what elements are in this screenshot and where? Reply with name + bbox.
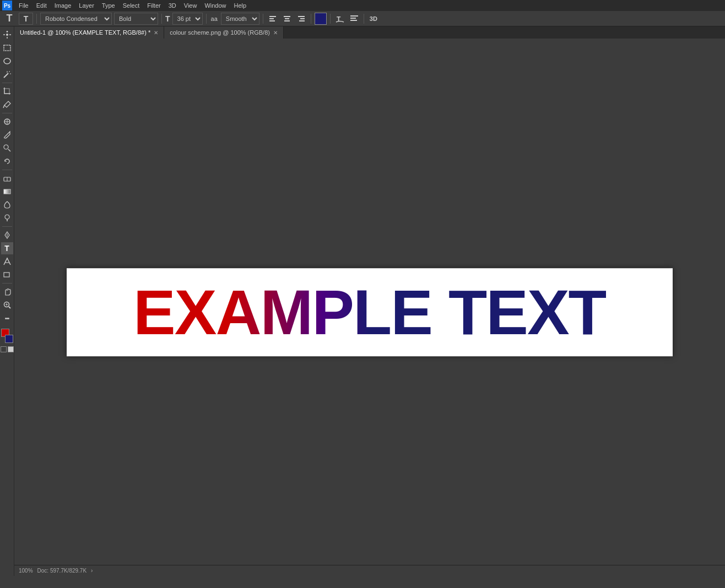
separator-1	[36, 14, 37, 24]
tab-colour-scheme[interactable]: colour scheme.png @ 100% (RGB/8) ✕	[164, 26, 284, 39]
font-style-dropdown[interactable]: Bold Regular Italic	[114, 13, 158, 25]
pen-tool[interactable]	[1, 229, 13, 241]
menu-file[interactable]: File	[15, 1, 32, 10]
default-colors-button[interactable]	[1, 346, 7, 352]
menu-type[interactable]: Type	[99, 1, 118, 10]
svg-line-16	[4, 73, 8, 78]
menu-bar: Ps File Edit Image Layer Type Select Fil…	[0, 0, 725, 11]
tool-separator-5	[2, 283, 12, 284]
svg-rect-2	[269, 20, 275, 21]
tab-close-colour-scheme[interactable]: ✕	[273, 30, 278, 36]
text-color-swatch[interactable]	[315, 13, 327, 25]
text-tool-vertical-button[interactable]: T	[19, 13, 33, 25]
options-bar: T T Roboto Condensed Arial Helvetica Bol…	[0, 11, 725, 26]
antialiasing-dropdown[interactable]: Smooth None Sharp Crisp Strong	[221, 13, 259, 25]
tool-separator-3	[2, 170, 12, 170]
svg-point-24	[4, 145, 8, 149]
align-left-button[interactable]	[267, 13, 279, 25]
healing-brush-tool[interactable]	[1, 116, 13, 128]
status-arrow[interactable]: ›	[91, 568, 93, 574]
separator-3	[206, 14, 207, 24]
crop-tool[interactable]	[1, 85, 13, 97]
extra-tools-button[interactable]: •••	[1, 312, 13, 324]
text-tool-horizontal-button[interactable]: T	[2, 13, 17, 25]
blur-tool[interactable]	[1, 199, 13, 211]
svg-line-20	[3, 105, 4, 108]
dodge-tool[interactable]	[1, 212, 13, 224]
font-family-dropdown[interactable]: Roboto Condensed Arial Helvetica	[40, 13, 112, 25]
separator-6	[330, 14, 331, 24]
align-center-button[interactable]	[281, 13, 293, 25]
marquee-rectangle-tool[interactable]	[1, 42, 13, 54]
menu-3d[interactable]: 3D	[165, 1, 180, 10]
tab-untitled1[interactable]: Untitled-1 @ 100% (EXAMPLE TEXT, RGB/8#)…	[14, 26, 164, 39]
clone-stamp-tool[interactable]	[1, 142, 13, 154]
svg-line-18	[9, 71, 10, 72]
gradient-tool[interactable]	[1, 186, 13, 198]
tool-separator-1	[2, 83, 12, 83]
toolbar: T •••	[0, 26, 14, 576]
main-layout: T ••• Untitled-1 @	[0, 26, 725, 576]
background-color[interactable]	[5, 335, 13, 343]
separator-5	[311, 14, 311, 24]
svg-rect-0	[269, 16, 276, 17]
svg-line-34	[9, 307, 10, 308]
menu-edit[interactable]: Edit	[33, 1, 50, 10]
svg-rect-12	[350, 20, 357, 21]
magic-wand-tool[interactable]	[1, 68, 13, 80]
tab-close-untitled1[interactable]: ✕	[154, 30, 158, 36]
hand-tool[interactable]	[1, 286, 13, 298]
separator-2	[161, 14, 162, 24]
svg-rect-5	[284, 20, 290, 21]
separator-7	[364, 14, 364, 24]
lasso-tool[interactable]	[1, 55, 13, 67]
align-right-button[interactable]	[295, 13, 307, 25]
type-tool-active[interactable]: T	[1, 242, 13, 254]
app-logo: Ps	[2, 1, 12, 10]
shape-tool[interactable]	[1, 269, 13, 281]
menu-layer[interactable]: Layer	[75, 1, 98, 10]
svg-point-15	[4, 58, 10, 64]
brush-tool[interactable]	[1, 129, 13, 141]
menu-image[interactable]: Image	[51, 1, 75, 10]
canvas-column: Untitled-1 @ 100% (EXAMPLE TEXT, RGB/8#)…	[14, 26, 725, 576]
status-doc-info: Doc: 597.7K/829.7K	[37, 568, 87, 574]
menu-view[interactable]: View	[181, 1, 201, 10]
svg-point-28	[5, 215, 9, 219]
swap-colors-button[interactable]	[8, 346, 14, 352]
history-brush-tool[interactable]	[1, 155, 13, 167]
svg-rect-27	[4, 189, 10, 194]
svg-rect-8	[299, 20, 305, 21]
character-panel-button[interactable]	[348, 13, 360, 25]
canvas-content: EXAMPLE TEXT	[14, 39, 725, 565]
tool-separator-4	[2, 226, 12, 227]
menu-filter[interactable]: Filter	[144, 1, 164, 10]
3d-button[interactable]: 3D	[367, 14, 380, 23]
svg-rect-10	[350, 15, 358, 17]
menu-select[interactable]: Select	[120, 1, 143, 10]
font-size-dropdown[interactable]: 36 pt 24 pt 48 pt 72 pt	[172, 13, 203, 25]
color-mode-buttons	[1, 346, 14, 352]
tool-separator-2	[2, 113, 12, 113]
document-canvas: EXAMPLE TEXT	[67, 268, 673, 356]
canvas-text: EXAMPLE TEXT	[133, 276, 606, 349]
path-selection-tool[interactable]	[1, 255, 13, 268]
menu-window[interactable]: Window	[201, 1, 229, 10]
status-bar: 100% Doc: 597.7K/829.7K ›	[14, 565, 725, 576]
separator-4	[263, 14, 263, 24]
svg-rect-1	[269, 18, 274, 19]
eyedropper-tool[interactable]	[1, 99, 13, 111]
tab-label-untitled1: Untitled-1 @ 100% (EXAMPLE TEXT, RGB/8#)…	[20, 29, 150, 36]
move-tool[interactable]	[1, 29, 13, 41]
color-swatches-container	[1, 329, 13, 343]
eraser-tool[interactable]	[1, 172, 13, 184]
svg-rect-6	[298, 16, 305, 17]
menu-help[interactable]: Help	[231, 1, 250, 10]
tabs-bar: Untitled-1 @ 100% (EXAMPLE TEXT, RGB/8#)…	[14, 26, 725, 39]
font-size-icon: T	[165, 14, 170, 23]
zoom-level: 100%	[19, 568, 33, 574]
tab-label-colour-scheme: colour scheme.png @ 100% (RGB/8)	[170, 29, 270, 36]
font-size-container: T	[165, 14, 170, 23]
zoom-tool[interactable]	[1, 299, 13, 311]
warp-text-button[interactable]: T	[334, 13, 346, 25]
